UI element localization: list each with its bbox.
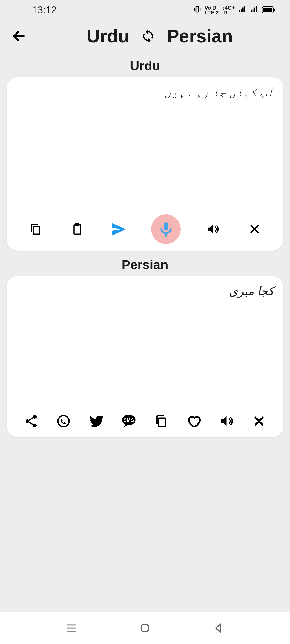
- home-button[interactable]: [137, 621, 152, 635]
- signal-icon: [238, 5, 247, 16]
- recent-apps-button[interactable]: [64, 621, 79, 635]
- target-card: کجا میری SMS: [7, 276, 283, 437]
- target-toolbar: SMS: [7, 408, 283, 437]
- paste-button[interactable]: [68, 220, 87, 239]
- svg-rect-0: [196, 7, 199, 12]
- clear-source-button[interactable]: [245, 220, 264, 239]
- favorite-button[interactable]: [184, 412, 203, 430]
- status-time: 13:12: [32, 5, 56, 16]
- volte-icon: Vo DLTE 2: [205, 5, 219, 15]
- system-nav-bar: [0, 612, 290, 644]
- svg-point-10: [58, 415, 69, 426]
- signal-icon-2: [250, 5, 259, 16]
- sms-button[interactable]: SMS: [119, 412, 138, 430]
- svg-point-9: [33, 423, 37, 427]
- twitter-button[interactable]: [87, 412, 106, 430]
- svg-rect-14: [142, 624, 148, 631]
- share-button[interactable]: [22, 412, 41, 430]
- source-language-label[interactable]: Urdu: [87, 25, 129, 46]
- copy-button[interactable]: [26, 220, 45, 239]
- svg-rect-3: [274, 9, 275, 11]
- status-bar: 13:12 Vo DLTE 2 ↕4G+ R: [0, 0, 290, 20]
- battery-icon: [262, 5, 275, 16]
- speak-target-button[interactable]: [217, 412, 236, 430]
- back-button[interactable]: [11, 28, 27, 44]
- swap-languages-button[interactable]: [140, 28, 156, 44]
- svg-point-7: [33, 415, 37, 419]
- vibrate-icon: [193, 5, 201, 16]
- system-back-button[interactable]: [211, 621, 226, 635]
- target-language-label[interactable]: Persian: [167, 25, 233, 46]
- svg-rect-13: [159, 418, 165, 427]
- copy-target-button[interactable]: [152, 412, 171, 430]
- clear-target-button[interactable]: [249, 412, 268, 430]
- status-icons: Vo DLTE 2 ↕4G+ R: [193, 5, 275, 16]
- svg-rect-6: [75, 224, 79, 226]
- source-card: آپ کہاں جا رہے ہیں: [7, 77, 283, 251]
- translate-button[interactable]: [110, 220, 128, 239]
- source-text-input[interactable]: آپ کہاں جا رہے ہیں: [7, 77, 283, 209]
- network-4g-icon: ↕4G+ R: [222, 5, 235, 15]
- voice-input-button[interactable]: [151, 214, 181, 244]
- svg-rect-2: [263, 8, 272, 12]
- source-section-label: Urdu: [0, 58, 290, 73]
- svg-text:SMS: SMS: [124, 417, 134, 423]
- speak-source-button[interactable]: [204, 220, 222, 239]
- app-header: Urdu Persian: [0, 20, 290, 57]
- target-section-label: Persian: [0, 257, 290, 272]
- language-pair: Urdu Persian: [40, 25, 279, 46]
- svg-point-8: [26, 419, 29, 423]
- target-text-output[interactable]: کجا میری: [7, 276, 283, 408]
- source-toolbar: [7, 209, 283, 251]
- whatsapp-button[interactable]: [54, 412, 73, 430]
- svg-rect-4: [33, 226, 39, 234]
